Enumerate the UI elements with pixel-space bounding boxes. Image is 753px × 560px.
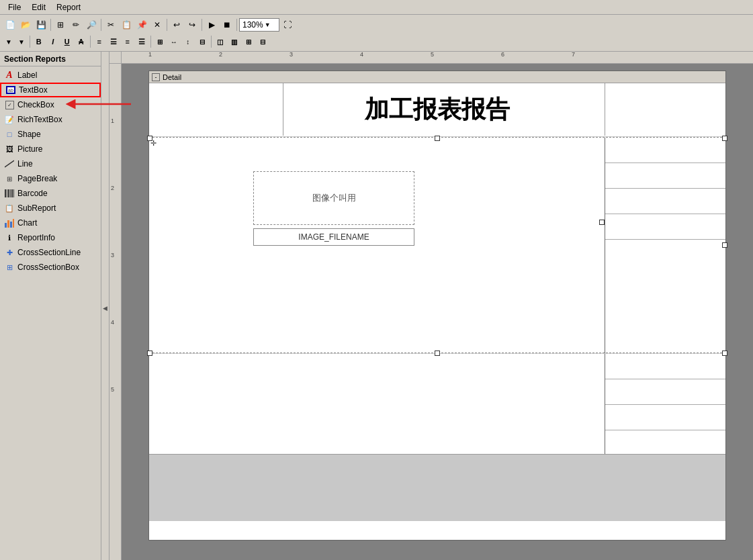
grid-button[interactable]: ⊞ [53,17,68,32]
title-box-right [605,83,725,136]
sidebar-label-text: Label [17,71,37,80]
label-icon: A [4,70,15,81]
title-text-container: 加工报表报告 [365,93,510,126]
sidebar-crosssectionline-text: CrossSectionLine [17,248,81,257]
handle-topright [722,136,727,141]
sidebar-items-list: A Label ab TextBox ✓ [0,66,101,560]
sidebar-item-chart[interactable]: Chart [0,216,101,230]
separator-f2 [90,36,91,48]
sidebar-item-pagebreak[interactable]: ⊞ PageBreak [0,171,101,186]
menu-edit[interactable]: Edit [26,1,51,13]
format-btn-h[interactable]: ⊟ [256,35,269,48]
sidebar-item-subreport[interactable]: 📋 SubReport [0,201,101,216]
subreport-icon-text: 📋 [5,204,14,213]
move-handle[interactable]: ✛ [150,139,157,148]
sidebar-picture-text: Picture [17,144,42,154]
align-center-button[interactable]: ☰ [107,35,120,48]
format-btn-c[interactable]: ↕ [181,35,195,48]
redo-button[interactable]: ↪ [185,17,200,32]
separator-4 [202,19,202,31]
fullscreen-button[interactable]: ⛶ [280,17,295,32]
font-name-dropdown[interactable]: ▼ [3,38,15,46]
align-left-button[interactable]: ≡ [93,35,106,48]
menu-report[interactable]: Report [51,1,86,13]
magnify-button[interactable]: 🔎 [84,17,99,32]
align-justify-button[interactable]: ☰ [135,35,148,48]
sidebar-item-crosssectionline[interactable]: ✚ CrossSectionLine [0,245,101,260]
crosssectionline-icon-text: ✚ [7,248,13,257]
format-btn-g[interactable]: ⊞ [242,35,255,48]
ruler-mark-6: 6 [501,52,504,58]
new-button[interactable]: 📄 [3,17,17,32]
separator-1 [50,19,51,31]
sidebar-item-checkbox[interactable]: ✓ CheckBox [0,97,101,112]
copy-button[interactable]: 📋 [119,17,134,32]
paste-button[interactable]: 📌 [134,17,149,32]
sidebar-item-picture[interactable]: 🖼 Picture [0,142,101,156]
format-btn-e[interactable]: ◫ [214,35,227,48]
preview-button[interactable]: ▶ [204,17,219,32]
sidebar-shape-text: Shape [17,130,41,139]
sidebar-item-barcode[interactable]: Barcode [0,186,101,201]
handle-inner-right [599,220,605,225]
shape-icon: □ [4,129,15,140]
sidebar-item-line[interactable]: Line [0,156,101,171]
save-button[interactable]: 💾 [34,17,48,32]
bold-button[interactable]: B [32,35,46,48]
font-size-dropdown[interactable]: ▼ [15,38,28,46]
svg-rect-4 [10,189,11,197]
sidebar-chart-text: Chart [17,218,37,228]
section-collapse-btn[interactable]: - [152,73,160,81]
format-btn-f[interactable]: ▥ [228,35,241,48]
menu-file[interactable]: File [3,1,26,13]
pencil-button[interactable]: ✏ [69,17,83,32]
gray-bottom-section [149,454,725,521]
line-icon-svg [5,159,14,169]
handle-topcenter [435,136,440,141]
report-title: 加工报表报告 [365,95,510,123]
report-page: - Detail 加工报表报告 [148,71,726,541]
sidebar-item-crosssectionbox[interactable]: ⊞ CrossSectionBox [0,260,101,275]
sidebar-item-shape[interactable]: □ Shape [0,127,101,142]
richtextbox-icon-text: 📝 [5,115,14,124]
align-right-button[interactable]: ≡ [121,35,134,48]
strikethrough-button[interactable]: A [75,35,88,48]
italic-button[interactable]: I [46,35,60,48]
zoom-box[interactable]: 130% ▼ [239,18,279,32]
sidebar-item-textbox[interactable]: ab TextBox [0,83,101,97]
format-btn-a[interactable]: ⊞ [153,35,167,48]
section-label: Detail [163,73,181,81]
image-placeholder: 图像个叫用 [253,171,414,225]
sidebar-richtextbox-text: RichTextBox [17,115,62,124]
ruler-mark-2: 2 [219,52,222,58]
collapse-icon: ◀ [103,305,107,312]
sidebar-collapse-handle[interactable]: ◀ [101,52,109,560]
sidebar-item-richtextbox[interactable]: 📝 RichTextBox [0,112,101,127]
crosssectionline-icon: ✚ [4,247,15,258]
ruler-mark-7: 7 [572,52,575,58]
underline-button[interactable]: U [60,35,74,48]
sidebar-item-label[interactable]: A Label [0,68,101,83]
sidebar-item-reportinfo[interactable]: ℹ ReportInfo [0,230,101,245]
title-box-left [149,83,283,136]
zoom-dropdown-icon[interactable]: ▼ [265,21,271,28]
crosssectionbox-icon-text: ⊞ [7,263,13,272]
format-btn-d[interactable]: ⊟ [195,35,209,48]
canvas-scroll[interactable]: 1 2 3 4 5 - Detail [109,64,753,560]
sidebar-reportinfo-text: ReportInfo [17,233,55,242]
undo-button[interactable]: ↩ [169,17,184,32]
open-button[interactable]: 📂 [18,17,33,32]
stop-button[interactable]: ⏹ [220,17,234,32]
cut-button[interactable]: ✂ [103,17,118,32]
format-btn-b[interactable]: ↔ [167,35,181,48]
content-section: 图像个叫用 IMAGE_FILENAME [149,138,725,353]
barcode-icon [4,188,15,199]
sidebar-barcode-text: Barcode [17,189,48,198]
pagebreak-icon: ⊞ [4,173,15,184]
delete-button[interactable]: ✕ [150,17,165,32]
ruler-mark-1: 1 [148,52,152,58]
svg-line-0 [5,160,14,167]
ruler-marks-top: 1 2 3 4 5 6 7 [122,52,753,63]
main-layout: Section Reports A Label ab TextBox [0,52,753,560]
image-filename-container: IMAGE_FILENAME [253,228,414,246]
